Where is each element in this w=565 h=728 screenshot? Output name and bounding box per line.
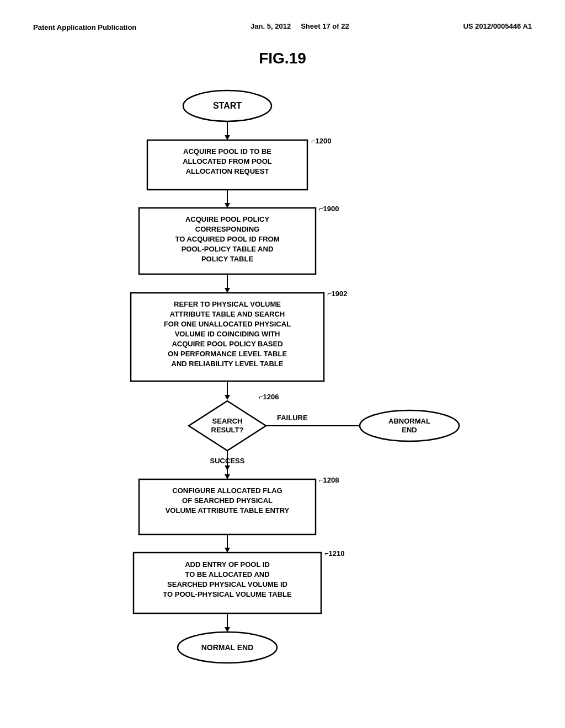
ref-1200: ⌐1200 xyxy=(311,137,332,145)
ref-1900: ⌐1900 xyxy=(319,205,339,213)
svg-marker-24 xyxy=(225,627,230,632)
page: Patent Application Publication Jan. 5, 2… xyxy=(0,0,565,728)
svg-marker-5 xyxy=(225,203,230,208)
header-center: Jan. 5, 2012 Sheet 17 of 22 xyxy=(250,22,349,30)
date-label: Jan. 5, 2012 xyxy=(250,22,291,30)
n1902-line1: REFER TO PHYSICAL VOLUME xyxy=(174,300,281,308)
diamond-line2: RESULT? xyxy=(211,426,244,434)
n1210-line4: TO POOL-PHYSICAL VOLUME TABLE xyxy=(163,590,292,598)
abnormal-line1: ABNORMAL xyxy=(388,417,430,425)
ref-1208: ⌐1208 xyxy=(319,476,339,484)
n1200-line2: ALLOCATED FROM POOL xyxy=(183,157,272,165)
n1900-line2: CORRESPONDING xyxy=(195,225,259,233)
header-right: US 2012/0005446 A1 xyxy=(463,22,532,30)
publication-label: Patent Application Publication xyxy=(33,23,136,31)
fig-title: FIG.19 xyxy=(33,50,532,67)
n1902-line7: AND RELIABILITY LEVEL TABLE xyxy=(172,360,284,368)
flowchart-diagram: START ACQUIRE POOL ID TO BE ALLOCATED FR… xyxy=(62,84,503,690)
n1200-line3: ALLOCATION REQUEST xyxy=(186,167,269,175)
n1208-line1: CONFIGURE ALLOCATED FLAG xyxy=(172,486,282,495)
start-label: START xyxy=(213,101,242,110)
n1900-line1: ACQUIRE POOL POLICY xyxy=(185,215,269,223)
n1210-line1: ADD ENTRY OF POOL ID xyxy=(185,560,270,569)
svg-marker-2 xyxy=(225,135,230,140)
svg-marker-18 xyxy=(225,474,230,479)
n1210-line2: TO BE ALLOCATED AND xyxy=(185,570,269,579)
n1900-line5: POLICY TABLE xyxy=(201,255,253,263)
n1208-line3: VOLUME ATTRIBUTE TABLE ENTRY xyxy=(166,506,290,515)
header-left: Patent Application Publication xyxy=(33,22,136,33)
svg-marker-8 xyxy=(225,288,230,293)
abnormal-line2: END xyxy=(402,426,417,434)
n1902-line5: ACQUIRE POOL POLICY BASED xyxy=(172,340,282,348)
n1902-line6: ON PERFORMANCE LEVEL TABLE xyxy=(168,350,287,358)
svg-marker-11 xyxy=(225,395,230,400)
sheet-label: Sheet 17 of 22 xyxy=(301,22,349,30)
svg-marker-21 xyxy=(225,548,230,553)
diamond-line1: SEARCH xyxy=(212,417,243,425)
n1902-line3: FOR ONE UNALLOCATED PHYSICAL xyxy=(164,320,291,328)
n1210-line3: SEARCHED PHYSICAL VOLUME ID xyxy=(167,580,287,588)
n1900-line3: TO ACQUIRED POOL ID FROM xyxy=(175,235,280,243)
n1208-line2: OF SEARCHED PHYSICAL xyxy=(182,496,273,505)
n1902-line4: VOLUME ID COINCIDING WITH xyxy=(175,330,280,338)
normal-end-label: NORMAL END xyxy=(201,643,254,652)
ref-1210: ⌐1210 xyxy=(324,549,345,558)
patent-num-label: US 2012/0005446 A1 xyxy=(463,22,532,30)
n1200-line1: ACQUIRE POOL ID TO BE xyxy=(183,147,271,156)
ref-1206: ⌐1206 xyxy=(259,393,279,401)
n1900-line4: POOL-POLICY TABLE AND xyxy=(182,245,274,253)
ref-1902: ⌐1902 xyxy=(327,290,348,298)
header: Patent Application Publication Jan. 5, 2… xyxy=(33,22,532,33)
failure-label: FAILURE xyxy=(277,414,308,422)
n1902-line2: ATTRIBUTE TABLE AND SEARCH xyxy=(170,310,285,318)
